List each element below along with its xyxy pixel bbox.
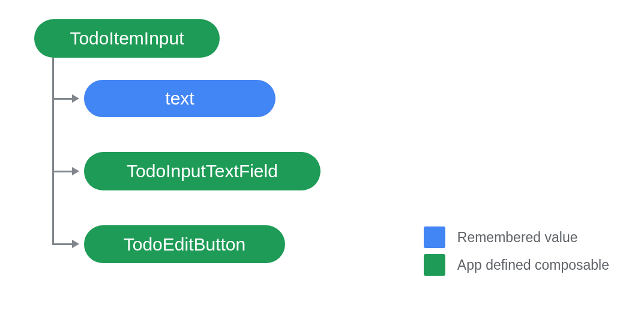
- connector-to-textfield: [52, 171, 73, 172]
- arrow-to-button: [72, 240, 79, 248]
- child-node-text-label: text: [165, 88, 194, 109]
- legend-row-remembered: Remembered value: [424, 226, 609, 248]
- child-node-textfield: TodoInputTextField: [84, 152, 320, 190]
- connector-to-button: [52, 243, 73, 245]
- root-node: TodoItemInput: [34, 19, 220, 58]
- arrow-to-textfield: [72, 167, 79, 175]
- legend-label-remembered: Remembered value: [457, 229, 578, 246]
- legend-swatch-blue: [424, 226, 445, 248]
- child-node-button-label: TodoEditButton: [124, 234, 245, 255]
- connector-trunk: [52, 58, 54, 245]
- connector-to-text: [52, 98, 73, 100]
- legend: Remembered value App defined composable: [424, 226, 609, 276]
- root-node-label: TodoItemInput: [70, 28, 184, 49]
- child-node-text: text: [84, 80, 275, 117]
- legend-swatch-green: [424, 254, 445, 276]
- legend-row-composable: App defined composable: [424, 254, 609, 276]
- arrow-to-text: [72, 94, 79, 103]
- child-node-textfield-label: TodoInputTextField: [127, 161, 278, 181]
- legend-label-composable: App defined composable: [457, 257, 609, 273]
- child-node-button: TodoEditButton: [84, 225, 285, 263]
